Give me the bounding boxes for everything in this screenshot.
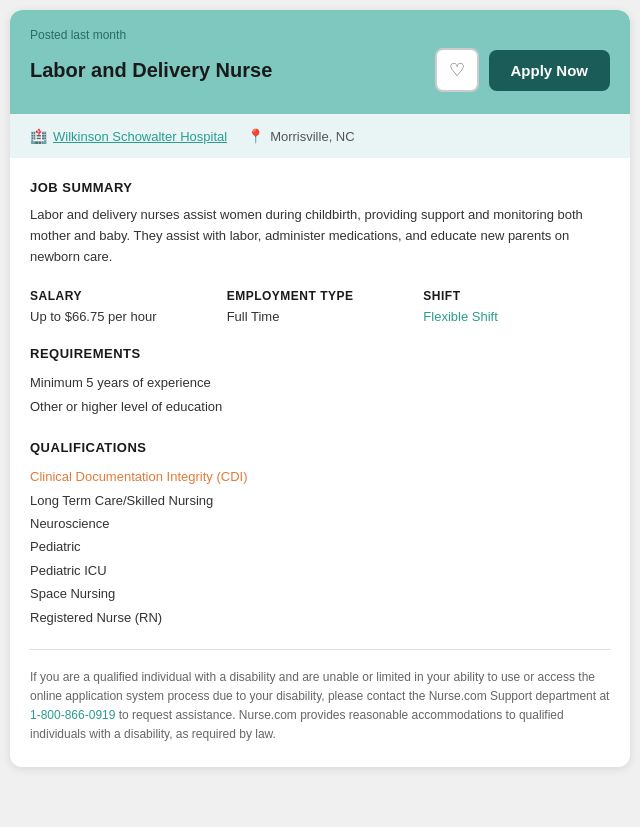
salary-value: Up to $66.75 per hour <box>30 309 217 324</box>
job-summary-section: JOB SUMMARY Labor and delivery nurses as… <box>30 180 610 267</box>
subheader-section: 🏥 Wilkinson Schowalter Hospital 📍 Morris… <box>10 114 630 158</box>
header-actions: ♡ Apply Now <box>435 48 611 92</box>
salary-label: SALARY <box>30 289 217 303</box>
shift-value: Flexible Shift <box>423 309 610 324</box>
hospital-item: 🏥 Wilkinson Schowalter Hospital <box>30 128 227 144</box>
job-summary-title: JOB SUMMARY <box>30 180 610 195</box>
qualifications-section: QUALIFICATIONS Clinical Documentation In… <box>30 440 610 629</box>
location-icon: 📍 <box>247 128 264 144</box>
requirement-item: Minimum 5 years of experience <box>30 371 610 394</box>
qualification-item: Space Nursing <box>30 582 610 605</box>
qualification-item: Registered Nurse (RN) <box>30 606 610 629</box>
heart-icon: ♡ <box>449 59 465 81</box>
requirement-item: Other or higher level of education <box>30 395 610 418</box>
job-card: Posted last month Labor and Delivery Nur… <box>10 10 630 767</box>
header-section: Posted last month Labor and Delivery Nur… <box>10 10 630 114</box>
qualifications-title: QUALIFICATIONS <box>30 440 610 455</box>
employment-type-label: EMPLOYMENT TYPE <box>227 289 414 303</box>
job-title: Labor and Delivery Nurse <box>30 59 272 82</box>
requirements-title: REQUIREMENTS <box>30 346 610 361</box>
divider <box>30 649 610 650</box>
apply-now-button[interactable]: Apply Now <box>489 50 611 91</box>
employment-type-value: Full Time <box>227 309 414 324</box>
location-item: 📍 Morrisville, NC <box>247 128 355 144</box>
shift-label: SHIFT <box>423 289 610 303</box>
qualification-item: Long Term Care/Skilled Nursing <box>30 489 610 512</box>
header-row: Labor and Delivery Nurse ♡ Apply Now <box>30 48 610 92</box>
shift-col: SHIFT Flexible Shift <box>423 289 610 324</box>
content-section: JOB SUMMARY Labor and delivery nurses as… <box>10 158 630 767</box>
employment-type-col: EMPLOYMENT TYPE Full Time <box>227 289 414 324</box>
qualification-item: Clinical Documentation Integrity (CDI) <box>30 465 610 488</box>
location-text: Morrisville, NC <box>270 129 355 144</box>
phone-link[interactable]: 1-800-866-0919 <box>30 708 115 722</box>
qualification-item: Pediatric <box>30 535 610 558</box>
posted-label: Posted last month <box>30 28 610 42</box>
hospital-link[interactable]: Wilkinson Schowalter Hospital <box>53 129 227 144</box>
disclaimer: If you are a qualified individual with a… <box>30 668 610 745</box>
qualification-item: Neuroscience <box>30 512 610 535</box>
hospital-icon: 🏥 <box>30 128 47 144</box>
requirements-section: REQUIREMENTS Minimum 5 years of experien… <box>30 346 610 418</box>
qualification-item: Pediatric ICU <box>30 559 610 582</box>
requirements-list: Minimum 5 years of experience Other or h… <box>30 371 610 418</box>
favorite-button[interactable]: ♡ <box>435 48 479 92</box>
info-grid: SALARY Up to $66.75 per hour EMPLOYMENT … <box>30 289 610 324</box>
qualifications-list: Clinical Documentation Integrity (CDI)Lo… <box>30 465 610 629</box>
salary-col: SALARY Up to $66.75 per hour <box>30 289 217 324</box>
job-summary-text: Labor and delivery nurses assist women d… <box>30 205 610 267</box>
